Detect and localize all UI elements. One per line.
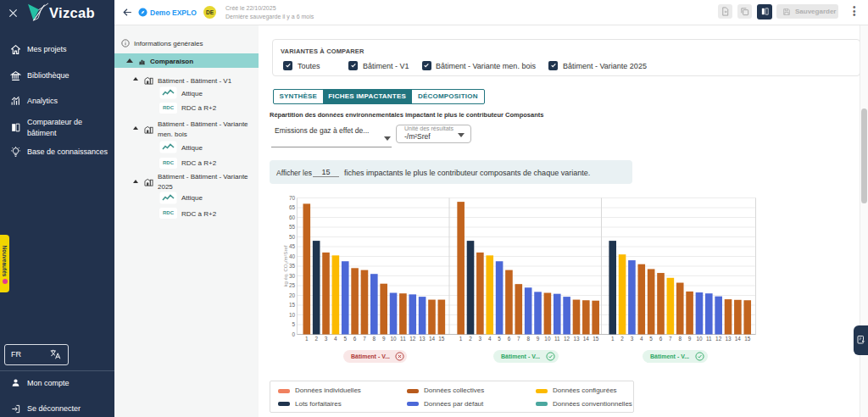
svg-text:9: 9 — [537, 336, 540, 342]
svg-text:15: 15 — [744, 336, 751, 342]
svg-text:15: 15 — [289, 302, 296, 308]
svg-text:50: 50 — [289, 234, 296, 240]
svg-text:3: 3 — [479, 336, 482, 342]
svg-text:60: 60 — [289, 214, 296, 220]
svg-text:45: 45 — [289, 243, 296, 249]
svg-text:8: 8 — [373, 336, 376, 342]
svg-text:70: 70 — [289, 195, 296, 201]
svg-text:4: 4 — [488, 336, 492, 342]
svg-text:12: 12 — [564, 336, 570, 342]
svg-text:1: 1 — [305, 336, 309, 342]
svg-text:15: 15 — [593, 336, 599, 342]
svg-text:10: 10 — [696, 336, 703, 342]
svg-text:0: 0 — [292, 331, 295, 337]
svg-text:10: 10 — [390, 336, 397, 342]
svg-text:2: 2 — [469, 336, 472, 342]
svg-text:5: 5 — [498, 336, 501, 342]
svg-text:9: 9 — [382, 336, 386, 342]
svg-text:13: 13 — [420, 336, 426, 342]
svg-text:15: 15 — [438, 336, 445, 342]
svg-text:14: 14 — [429, 336, 436, 342]
svg-text:12: 12 — [409, 336, 416, 342]
svg-text:14: 14 — [735, 336, 742, 342]
svg-text:40: 40 — [289, 253, 296, 259]
svg-text:12: 12 — [715, 336, 722, 342]
svg-text:5: 5 — [649, 336, 653, 342]
svg-text:8: 8 — [678, 336, 682, 342]
svg-text:14: 14 — [583, 336, 590, 342]
svg-text:13: 13 — [725, 336, 732, 342]
svg-text:6: 6 — [508, 336, 511, 342]
svg-text:4: 4 — [334, 336, 337, 342]
svg-text:1: 1 — [459, 336, 463, 342]
svg-text:2: 2 — [620, 336, 624, 342]
svg-text:10: 10 — [544, 336, 551, 342]
svg-text:7: 7 — [669, 336, 672, 342]
svg-text:55: 55 — [289, 224, 296, 230]
svg-text:25: 25 — [289, 282, 296, 288]
svg-text:30: 30 — [289, 273, 296, 279]
svg-text:11: 11 — [706, 336, 712, 342]
svg-text:7: 7 — [363, 336, 366, 342]
svg-text:7: 7 — [517, 336, 520, 342]
svg-text:9: 9 — [688, 336, 692, 342]
svg-text:11: 11 — [554, 336, 560, 342]
svg-text:6: 6 — [659, 336, 663, 342]
svg-text:20: 20 — [289, 292, 296, 298]
svg-text:1: 1 — [611, 336, 615, 342]
svg-text:5: 5 — [343, 336, 347, 342]
svg-text:3: 3 — [325, 336, 328, 342]
svg-text:65: 65 — [289, 204, 296, 210]
svg-text:4: 4 — [640, 336, 643, 342]
svg-text:5: 5 — [292, 321, 295, 327]
svg-text:10: 10 — [289, 312, 296, 318]
svg-text:13: 13 — [573, 336, 580, 342]
svg-text:35: 35 — [289, 263, 296, 269]
svg-text:2: 2 — [314, 336, 318, 342]
svg-text:3: 3 — [631, 336, 634, 342]
svg-text:11: 11 — [400, 336, 406, 342]
svg-text:6: 6 — [353, 336, 357, 342]
svg-text:8: 8 — [526, 336, 530, 342]
svg-text:kg éq. CO₂/m²Sref: kg éq. CO₂/m²Sref — [283, 245, 288, 286]
